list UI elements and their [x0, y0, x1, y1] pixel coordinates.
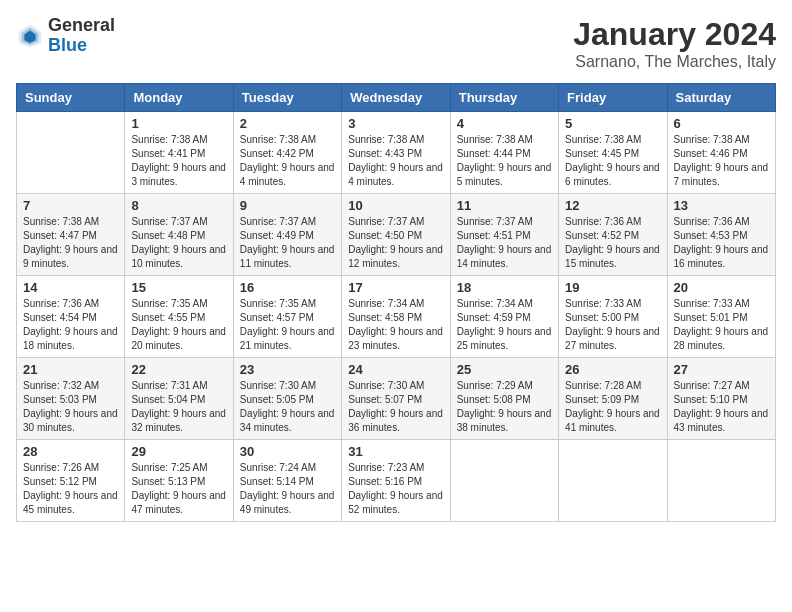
page-header: General Blue January 2024 Sarnano, The M…	[16, 16, 776, 71]
day-number: 28	[23, 444, 118, 459]
weekday-header-sunday: Sunday	[17, 84, 125, 112]
day-number: 9	[240, 198, 335, 213]
weekday-header-wednesday: Wednesday	[342, 84, 450, 112]
logo: General Blue	[16, 16, 115, 56]
day-info: Sunrise: 7:36 AM Sunset: 4:52 PM Dayligh…	[565, 215, 660, 271]
day-info: Sunrise: 7:37 AM Sunset: 4:50 PM Dayligh…	[348, 215, 443, 271]
calendar-cell	[667, 440, 775, 522]
calendar-cell: 7Sunrise: 7:38 AM Sunset: 4:47 PM Daylig…	[17, 194, 125, 276]
calendar-cell: 10Sunrise: 7:37 AM Sunset: 4:50 PM Dayli…	[342, 194, 450, 276]
day-number: 14	[23, 280, 118, 295]
calendar-cell: 26Sunrise: 7:28 AM Sunset: 5:09 PM Dayli…	[559, 358, 667, 440]
day-number: 25	[457, 362, 552, 377]
day-info: Sunrise: 7:28 AM Sunset: 5:09 PM Dayligh…	[565, 379, 660, 435]
calendar-cell: 14Sunrise: 7:36 AM Sunset: 4:54 PM Dayli…	[17, 276, 125, 358]
weekday-header-friday: Friday	[559, 84, 667, 112]
calendar-table: SundayMondayTuesdayWednesdayThursdayFrid…	[16, 83, 776, 522]
day-info: Sunrise: 7:35 AM Sunset: 4:57 PM Dayligh…	[240, 297, 335, 353]
calendar-cell: 6Sunrise: 7:38 AM Sunset: 4:46 PM Daylig…	[667, 112, 775, 194]
calendar-cell	[17, 112, 125, 194]
day-number: 22	[131, 362, 226, 377]
logo-general: General	[48, 15, 115, 35]
day-info: Sunrise: 7:33 AM Sunset: 5:01 PM Dayligh…	[674, 297, 769, 353]
calendar-cell: 23Sunrise: 7:30 AM Sunset: 5:05 PM Dayli…	[233, 358, 341, 440]
day-info: Sunrise: 7:34 AM Sunset: 4:59 PM Dayligh…	[457, 297, 552, 353]
calendar-cell: 15Sunrise: 7:35 AM Sunset: 4:55 PM Dayli…	[125, 276, 233, 358]
day-number: 31	[348, 444, 443, 459]
day-number: 19	[565, 280, 660, 295]
day-number: 13	[674, 198, 769, 213]
day-number: 27	[674, 362, 769, 377]
day-info: Sunrise: 7:36 AM Sunset: 4:54 PM Dayligh…	[23, 297, 118, 353]
calendar-week-row: 28Sunrise: 7:26 AM Sunset: 5:12 PM Dayli…	[17, 440, 776, 522]
calendar-cell	[450, 440, 558, 522]
calendar-cell: 12Sunrise: 7:36 AM Sunset: 4:52 PM Dayli…	[559, 194, 667, 276]
calendar-cell: 4Sunrise: 7:38 AM Sunset: 4:44 PM Daylig…	[450, 112, 558, 194]
day-info: Sunrise: 7:23 AM Sunset: 5:16 PM Dayligh…	[348, 461, 443, 517]
day-number: 15	[131, 280, 226, 295]
day-info: Sunrise: 7:30 AM Sunset: 5:05 PM Dayligh…	[240, 379, 335, 435]
day-number: 6	[674, 116, 769, 131]
calendar-cell: 8Sunrise: 7:37 AM Sunset: 4:48 PM Daylig…	[125, 194, 233, 276]
calendar-week-row: 14Sunrise: 7:36 AM Sunset: 4:54 PM Dayli…	[17, 276, 776, 358]
day-info: Sunrise: 7:38 AM Sunset: 4:46 PM Dayligh…	[674, 133, 769, 189]
weekday-header-thursday: Thursday	[450, 84, 558, 112]
calendar-cell: 27Sunrise: 7:27 AM Sunset: 5:10 PM Dayli…	[667, 358, 775, 440]
calendar-week-row: 7Sunrise: 7:38 AM Sunset: 4:47 PM Daylig…	[17, 194, 776, 276]
calendar-cell: 25Sunrise: 7:29 AM Sunset: 5:08 PM Dayli…	[450, 358, 558, 440]
day-info: Sunrise: 7:26 AM Sunset: 5:12 PM Dayligh…	[23, 461, 118, 517]
logo-icon	[16, 22, 44, 50]
day-info: Sunrise: 7:38 AM Sunset: 4:45 PM Dayligh…	[565, 133, 660, 189]
calendar-title: January 2024	[573, 16, 776, 53]
day-number: 11	[457, 198, 552, 213]
day-number: 18	[457, 280, 552, 295]
day-info: Sunrise: 7:32 AM Sunset: 5:03 PM Dayligh…	[23, 379, 118, 435]
calendar-cell: 13Sunrise: 7:36 AM Sunset: 4:53 PM Dayli…	[667, 194, 775, 276]
calendar-cell: 11Sunrise: 7:37 AM Sunset: 4:51 PM Dayli…	[450, 194, 558, 276]
day-info: Sunrise: 7:31 AM Sunset: 5:04 PM Dayligh…	[131, 379, 226, 435]
day-info: Sunrise: 7:38 AM Sunset: 4:43 PM Dayligh…	[348, 133, 443, 189]
calendar-cell: 22Sunrise: 7:31 AM Sunset: 5:04 PM Dayli…	[125, 358, 233, 440]
day-info: Sunrise: 7:29 AM Sunset: 5:08 PM Dayligh…	[457, 379, 552, 435]
calendar-week-row: 21Sunrise: 7:32 AM Sunset: 5:03 PM Dayli…	[17, 358, 776, 440]
calendar-cell: 21Sunrise: 7:32 AM Sunset: 5:03 PM Dayli…	[17, 358, 125, 440]
day-number: 4	[457, 116, 552, 131]
calendar-cell: 28Sunrise: 7:26 AM Sunset: 5:12 PM Dayli…	[17, 440, 125, 522]
logo-blue: Blue	[48, 35, 87, 55]
day-info: Sunrise: 7:34 AM Sunset: 4:58 PM Dayligh…	[348, 297, 443, 353]
day-info: Sunrise: 7:30 AM Sunset: 5:07 PM Dayligh…	[348, 379, 443, 435]
calendar-cell	[559, 440, 667, 522]
day-info: Sunrise: 7:37 AM Sunset: 4:49 PM Dayligh…	[240, 215, 335, 271]
day-info: Sunrise: 7:37 AM Sunset: 4:51 PM Dayligh…	[457, 215, 552, 271]
calendar-cell: 18Sunrise: 7:34 AM Sunset: 4:59 PM Dayli…	[450, 276, 558, 358]
day-number: 1	[131, 116, 226, 131]
day-number: 23	[240, 362, 335, 377]
day-info: Sunrise: 7:38 AM Sunset: 4:42 PM Dayligh…	[240, 133, 335, 189]
day-info: Sunrise: 7:25 AM Sunset: 5:13 PM Dayligh…	[131, 461, 226, 517]
calendar-cell: 31Sunrise: 7:23 AM Sunset: 5:16 PM Dayli…	[342, 440, 450, 522]
day-number: 20	[674, 280, 769, 295]
calendar-cell: 19Sunrise: 7:33 AM Sunset: 5:00 PM Dayli…	[559, 276, 667, 358]
calendar-cell: 17Sunrise: 7:34 AM Sunset: 4:58 PM Dayli…	[342, 276, 450, 358]
calendar-cell: 5Sunrise: 7:38 AM Sunset: 4:45 PM Daylig…	[559, 112, 667, 194]
day-number: 16	[240, 280, 335, 295]
day-number: 2	[240, 116, 335, 131]
day-info: Sunrise: 7:36 AM Sunset: 4:53 PM Dayligh…	[674, 215, 769, 271]
day-number: 24	[348, 362, 443, 377]
day-info: Sunrise: 7:24 AM Sunset: 5:14 PM Dayligh…	[240, 461, 335, 517]
day-info: Sunrise: 7:27 AM Sunset: 5:10 PM Dayligh…	[674, 379, 769, 435]
weekday-header-tuesday: Tuesday	[233, 84, 341, 112]
day-number: 17	[348, 280, 443, 295]
weekday-header-saturday: Saturday	[667, 84, 775, 112]
calendar-cell: 29Sunrise: 7:25 AM Sunset: 5:13 PM Dayli…	[125, 440, 233, 522]
calendar-header-row: SundayMondayTuesdayWednesdayThursdayFrid…	[17, 84, 776, 112]
day-info: Sunrise: 7:38 AM Sunset: 4:41 PM Dayligh…	[131, 133, 226, 189]
day-number: 26	[565, 362, 660, 377]
calendar-cell: 1Sunrise: 7:38 AM Sunset: 4:41 PM Daylig…	[125, 112, 233, 194]
day-number: 30	[240, 444, 335, 459]
calendar-cell: 2Sunrise: 7:38 AM Sunset: 4:42 PM Daylig…	[233, 112, 341, 194]
day-number: 8	[131, 198, 226, 213]
calendar-cell: 3Sunrise: 7:38 AM Sunset: 4:43 PM Daylig…	[342, 112, 450, 194]
day-info: Sunrise: 7:35 AM Sunset: 4:55 PM Dayligh…	[131, 297, 226, 353]
day-info: Sunrise: 7:38 AM Sunset: 4:47 PM Dayligh…	[23, 215, 118, 271]
